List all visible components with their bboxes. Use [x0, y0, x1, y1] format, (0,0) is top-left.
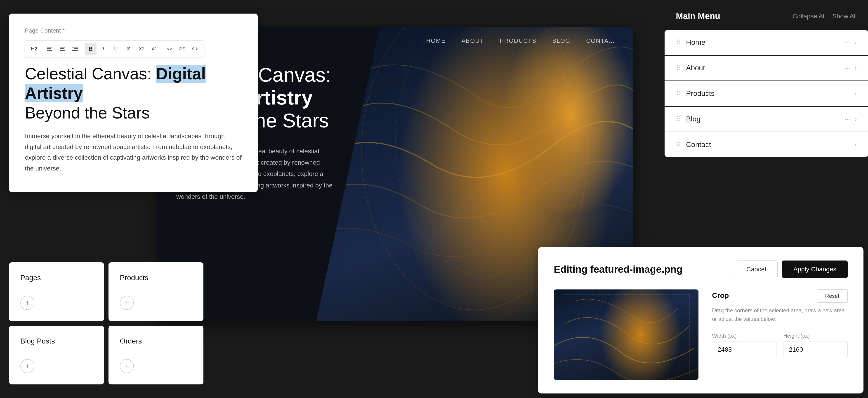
- toolbar-subscript-btn[interactable]: X2: [135, 43, 147, 55]
- menu-item-home-label: Home: [686, 38, 705, 47]
- menu-item-contact[interactable]: ⠿ Contact ··· ›: [664, 132, 868, 157]
- editor-toolbar: H2 B I U S X2 X2 <>: [25, 40, 204, 57]
- contact-chevron-down-icon[interactable]: ›: [855, 141, 857, 148]
- apply-changes-button[interactable]: Apply Changes: [782, 261, 848, 278]
- menu-item-products[interactable]: ⠿ Products ··· ›: [664, 81, 868, 106]
- cancel-button[interactable]: Cancel: [735, 261, 778, 278]
- collapse-all-btn[interactable]: Collapse All: [793, 13, 826, 20]
- nav-link-about[interactable]: ABOUT: [462, 37, 484, 44]
- blog-menu-dots-icon[interactable]: ···: [845, 116, 850, 123]
- about-menu-dots-icon[interactable]: ···: [845, 64, 850, 72]
- toolbar-strikethrough-btn[interactable]: S: [123, 43, 134, 55]
- home-menu-dots-icon[interactable]: ···: [845, 39, 850, 46]
- heading-plain: Celestial Canvas:: [25, 65, 156, 83]
- menu-item-about-right: ··· ›: [845, 64, 857, 72]
- main-menu-panel: Main Menu Collapse All Show All ⠿ Home ·…: [664, 0, 868, 168]
- crop-fields: Width (px) Height (px): [712, 333, 848, 358]
- toolbar-indent-btn[interactable]: [69, 43, 81, 55]
- menu-items-container: ⠿ Home ··· › ⠿ About ··· › ⠿ Products: [664, 30, 868, 157]
- toolbar-embed-btn[interactable]: [189, 43, 201, 55]
- menu-item-products-left: ⠿ Products: [676, 89, 715, 98]
- menu-item-blog-left: ⠿ Blog: [676, 115, 701, 123]
- toolbar-superscript-btn[interactable]: X2: [148, 43, 160, 55]
- menu-item-about-left: ⠿ About: [676, 64, 705, 72]
- nav-link-home[interactable]: HOME: [426, 37, 446, 44]
- products-drag-handle-icon: ⠿: [676, 90, 681, 97]
- menu-item-about[interactable]: ⠿ About ··· ›: [664, 56, 868, 81]
- crop-section-title: Crop: [712, 291, 729, 300]
- card-pages-add-btn[interactable]: +: [20, 296, 34, 310]
- nav-link-blog[interactable]: BLOG: [552, 37, 570, 44]
- toolbar-divider-1: [42, 45, 42, 53]
- card-products: Products +: [108, 262, 204, 321]
- align-left-icon: [47, 47, 53, 51]
- toolbar-link-btn[interactable]: [176, 43, 188, 55]
- link-icon: [179, 47, 185, 51]
- crop-description: Drag the corners of the selected area, d…: [712, 306, 848, 324]
- align-center-icon: [60, 47, 65, 51]
- menu-item-contact-left: ⠿ Contact: [676, 141, 711, 149]
- svg-rect-4: [60, 49, 64, 49]
- card-orders: Orders +: [108, 326, 204, 385]
- card-orders-title: Orders: [120, 337, 192, 345]
- toolbar-bold-btn[interactable]: B: [85, 43, 96, 55]
- toolbar-align-center-btn[interactable]: [57, 43, 68, 55]
- image-editor-body: Crop Reset Drag the corners of the selec…: [554, 289, 848, 380]
- editor-body-text: Immerse yourself in the ethereal beauty …: [25, 131, 242, 174]
- toolbar-italic-btn[interactable]: I: [97, 43, 109, 55]
- svg-rect-3: [60, 47, 65, 48]
- about-chevron-down-icon[interactable]: ›: [855, 64, 857, 72]
- svg-rect-6: [72, 47, 78, 48]
- svg-point-13: [396, 27, 577, 276]
- contact-menu-dots-icon[interactable]: ···: [845, 141, 850, 148]
- contact-drag-handle-icon: ⠿: [676, 141, 681, 148]
- svg-rect-1: [47, 49, 51, 49]
- indent-icon: [72, 47, 78, 51]
- image-preview-area: [554, 289, 699, 380]
- toolbar-h2-btn[interactable]: H2: [28, 43, 40, 55]
- svg-rect-7: [74, 49, 78, 49]
- svg-rect-8: [72, 50, 78, 51]
- preview-nav-links: HOME ABOUT PRODUCTS BLOG CONTA...: [426, 37, 615, 44]
- image-editor-panel: Editing featured-image.png Cancel Apply …: [538, 247, 864, 394]
- crop-width-field: Width (px): [712, 333, 776, 358]
- toolbar-underline-btn[interactable]: U: [110, 43, 122, 55]
- menu-item-blog-label: Blog: [686, 115, 701, 123]
- crop-width-label: Width (px): [712, 333, 776, 339]
- svg-rect-5: [60, 50, 65, 51]
- home-chevron-down-icon[interactable]: ›: [855, 39, 857, 46]
- menu-item-blog[interactable]: ⠿ Blog ··· ›: [664, 107, 868, 132]
- page-content-editor: Page Content * H2 B I U S X2 X2 <> Celes…: [9, 13, 258, 192]
- products-menu-dots-icon[interactable]: ···: [845, 90, 850, 97]
- image-editor-header: Editing featured-image.png Cancel Apply …: [554, 261, 848, 278]
- nav-link-contact[interactable]: CONTA...: [586, 37, 615, 44]
- menu-item-blog-right: ··· ›: [845, 116, 857, 123]
- card-blog-posts-add-btn[interactable]: +: [20, 359, 34, 373]
- crop-overlay: [563, 294, 689, 375]
- main-menu-header: Main Menu Collapse All Show All: [664, 11, 868, 30]
- crop-height-input[interactable]: [783, 341, 848, 358]
- svg-rect-0: [47, 47, 53, 48]
- embed-icon: [192, 47, 198, 51]
- reset-button[interactable]: Reset: [817, 289, 848, 303]
- menu-item-home[interactable]: ⠿ Home ··· ›: [664, 30, 868, 55]
- card-products-add-btn[interactable]: +: [120, 296, 134, 310]
- image-editor-title: Editing featured-image.png: [554, 264, 683, 275]
- card-blog-posts-title: Blog Posts: [20, 337, 93, 345]
- menu-item-contact-label: Contact: [686, 141, 711, 149]
- nav-link-products[interactable]: PRODUCTS: [500, 37, 536, 44]
- show-all-btn[interactable]: Show All: [833, 13, 857, 20]
- products-chevron-down-icon[interactable]: ›: [855, 90, 857, 97]
- dashboard-cards: Pages + Products + Blog Posts + Orders +: [9, 262, 204, 385]
- blog-chevron-down-icon[interactable]: ›: [855, 116, 857, 123]
- crop-height-label: Height (px): [783, 333, 848, 339]
- crop-width-input[interactable]: [712, 341, 776, 358]
- card-pages: Pages +: [9, 262, 104, 321]
- card-blog-posts: Blog Posts +: [9, 326, 104, 385]
- card-orders-add-btn[interactable]: +: [120, 359, 134, 373]
- toolbar-code-btn[interactable]: <>: [164, 43, 176, 55]
- menu-item-home-left: ⠿ Home: [676, 38, 705, 47]
- blog-drag-handle-icon: ⠿: [676, 115, 681, 123]
- menu-item-products-label: Products: [686, 89, 715, 98]
- toolbar-align-left-btn[interactable]: [44, 43, 56, 55]
